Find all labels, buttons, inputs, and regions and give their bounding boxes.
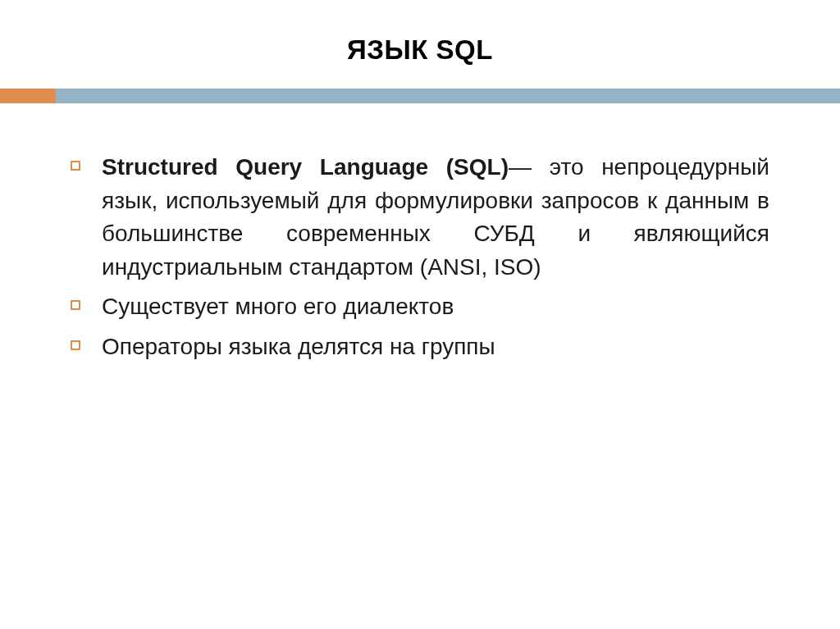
slide-title: ЯЗЫК SQL xyxy=(0,0,840,89)
bullet-square-icon xyxy=(71,300,80,310)
list-item: Существует много его диалектов xyxy=(71,290,769,324)
list-item: Операторы языка делятся на группы xyxy=(71,330,769,364)
bullet-square-icon xyxy=(71,161,80,171)
bullet-bold-prefix: Structured Query Language (SQL) xyxy=(102,154,509,180)
content-area: Structured Query Language (SQL)— это неп… xyxy=(0,103,840,364)
bullet-text: Существует много его диалектов xyxy=(102,294,454,319)
divider-bar xyxy=(0,89,840,103)
divider-accent xyxy=(0,89,56,103)
list-item: Structured Query Language (SQL)— это неп… xyxy=(71,151,769,284)
bullet-text: Операторы языка делятся на группы xyxy=(102,334,495,359)
bullet-square-icon xyxy=(71,340,80,350)
slide-container: ЯЗЫК SQL Structured Query Language (SQL)… xyxy=(0,0,840,629)
bullet-list: Structured Query Language (SQL)— это неп… xyxy=(71,151,769,364)
